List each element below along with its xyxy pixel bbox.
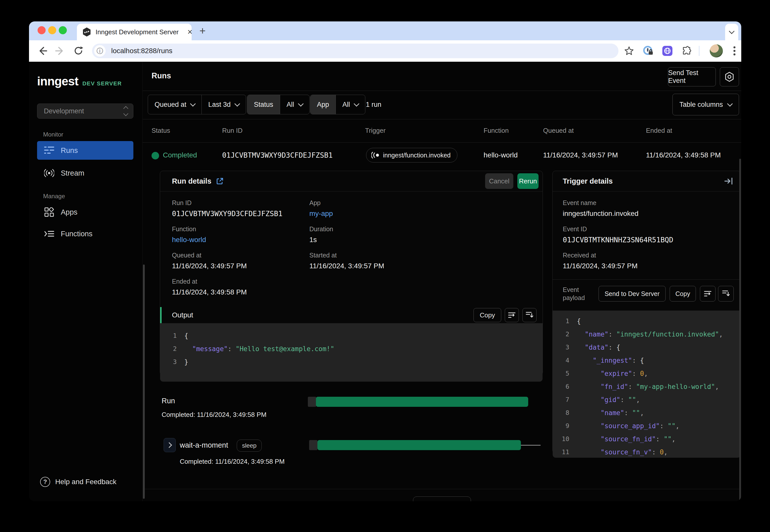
sidebar-item-apps[interactable]: Apps [37,203,133,221]
zoom-window-button[interactable] [59,26,67,34]
col-header-status[interactable]: Status [151,127,170,135]
row-queued-at: 11/16/2024, 3:49:57 PM [543,151,618,159]
col-header-run-id[interactable]: Run ID [222,127,243,135]
table-columns-button[interactable]: Table columns [673,94,739,115]
app-link[interactable]: my-app [309,210,333,218]
divider [143,119,741,119]
status-filter-group: Status All [247,95,310,114]
field-duration: Duration 1s [309,225,333,244]
password-manager-extension-icon[interactable] [642,45,654,57]
dev-server-badge: DEV SERVER [82,80,122,87]
col-header-ended[interactable]: Ended at [646,127,672,135]
function-link[interactable]: hello-world [172,236,206,244]
runs-list-icon [44,146,54,155]
event-payload-title: Event payload [563,286,596,302]
main-content: Runs Send Test Event Queued at Last 3d S… [143,62,741,501]
row-status: Completed [163,151,197,159]
step-timeline-bar[interactable] [317,440,521,450]
url-bar[interactable]: ⓘ localhost:8288/runs [92,44,619,58]
payload-scroll-to-bottom-icon[interactable] [718,286,734,302]
bookmark-star-icon[interactable] [623,45,635,57]
app-filter-value[interactable]: All [336,95,365,114]
select-updown-icon [124,107,127,115]
left-scrollbar[interactable] [143,264,145,499]
inngest-logo: inngest [37,74,78,88]
scroll-to-bottom-icon[interactable] [522,308,536,322]
sidebar-item-label: Runs [61,146,78,155]
wrap-text-icon[interactable] [505,308,519,322]
toolbar-divider [699,46,699,56]
send-to-dev-server-button[interactable]: Send to Dev Server [599,286,666,302]
col-header-trigger[interactable]: Trigger [365,127,386,135]
minimize-window-button[interactable] [48,26,56,34]
col-header-queued[interactable]: Queued at [543,127,573,135]
send-test-event-button[interactable]: Send Test Event [668,67,716,86]
sidebar-item-functions[interactable]: Functions [37,224,133,243]
step-bar-tail [521,445,540,446]
run-completed-text: Completed: 11/16/2024, 3:49:58 PM [161,411,267,419]
output-header: Output Copy [160,307,542,323]
back-icon[interactable] [36,45,48,57]
divider [143,142,741,143]
sidebar-item-stream[interactable]: Stream [37,164,133,182]
time-field-filter[interactable]: Queued at [148,95,202,114]
chevron-right-icon [166,442,172,448]
rerun-button[interactable]: Rerun [517,173,538,189]
event-payload-code-block[interactable]: 1{2 "name": "inngest/function.invoked",3… [553,311,741,458]
chevron-down-icon [234,101,240,107]
tab-search-button[interactable] [725,24,738,40]
event-pulse-icon [371,152,380,158]
external-link-icon[interactable] [216,178,224,185]
timeline-footer-button[interactable] [413,496,471,501]
extensions-puzzle-icon[interactable] [681,45,693,57]
trigger-details-title: Trigger details [563,177,613,185]
payload-copy-button[interactable]: Copy [670,286,696,302]
inngest-favicon-icon [82,27,91,37]
environment-select[interactable]: Development [37,104,133,119]
divider [143,489,741,489]
row-ended-at: 11/16/2024, 3:49:58 PM [646,151,721,159]
stream-broadcast-icon [44,169,54,178]
run-count: 1 run [366,95,381,114]
time-range-filter[interactable]: Last 3d [202,95,246,114]
divider [143,91,741,91]
run-details-title: Run details [172,177,211,185]
menu-kebab-icon[interactable] [728,45,741,57]
forward-icon[interactable] [54,45,66,57]
timeline-run-label: Run [161,397,175,405]
status-filter-value[interactable]: All [280,95,309,114]
output-accent-bar [160,307,161,323]
browser-tab[interactable]: Inngest Development Server ✕ [77,24,191,40]
field-event-name: Event name inngest/function.invoked [563,199,639,218]
new-tab-button[interactable]: + [200,25,206,37]
chevron-down-icon [298,101,304,107]
run-timeline-bar[interactable] [316,397,528,407]
browser-window: Inngest Development Server ✕ + ⓘ localho… [29,21,741,501]
chevron-down-icon [354,101,360,107]
col-header-function[interactable]: Function [483,127,509,135]
trigger-details-header: Trigger details [553,171,741,191]
payload-wrap-text-icon[interactable] [700,286,716,302]
step-expand-button[interactable] [163,438,176,452]
trigger-details-card: Trigger details Event name inngest/funct… [552,171,741,453]
url-text: localhost:8288/runs [111,47,172,55]
run-details-header: Run details Cancel Rerun [160,171,542,191]
sidebar: inngest DEV SERVER Development Monitor R… [29,62,143,501]
output-code-block[interactable]: 1{2 "message": "Hello test@example.com!"… [160,323,542,382]
row-trigger-badge[interactable]: inngest/function.invoked [366,148,457,162]
output-copy-button[interactable]: Copy [473,308,501,322]
collapse-panel-icon[interactable] [724,177,733,185]
tab-close-icon[interactable]: ✕ [187,28,193,36]
profile-avatar[interactable] [710,44,723,57]
app-filter-label: App [310,95,336,114]
close-window-button[interactable] [38,26,46,34]
reload-icon[interactable] [72,45,84,57]
purple-extension-icon[interactable] [661,45,674,57]
site-info-icon[interactable]: ⓘ [94,45,106,57]
help-and-feedback[interactable]: ? Help and Feedback [40,477,116,487]
settings-gear-button[interactable] [720,67,739,86]
sidebar-item-runs[interactable]: Runs [37,141,133,160]
status-dot-icon [151,152,159,159]
cancel-button[interactable]: Cancel [485,173,513,189]
right-scrollbar[interactable] [739,159,741,501]
